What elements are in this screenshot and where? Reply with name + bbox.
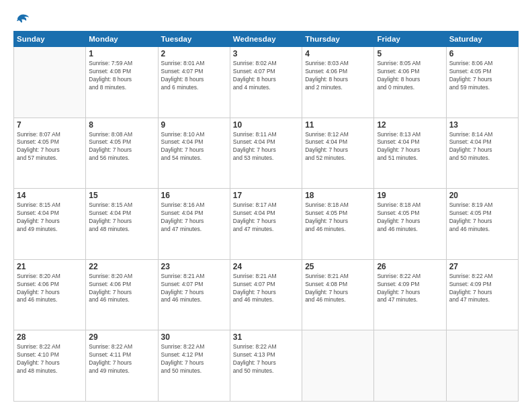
day-number: 15 bbox=[89, 191, 154, 200]
day-info: Sunrise: 8:08 AM Sunset: 4:05 PM Dayligh… bbox=[89, 131, 154, 163]
calendar-cell: 14Sunrise: 8:15 AM Sunset: 4:04 PM Dayli… bbox=[14, 189, 86, 260]
calendar-cell: 10Sunrise: 8:11 AM Sunset: 4:04 PM Dayli… bbox=[230, 118, 302, 189]
calendar-cell: 16Sunrise: 8:16 AM Sunset: 4:04 PM Dayli… bbox=[158, 189, 230, 260]
calendar-cell: 30Sunrise: 8:22 AM Sunset: 4:12 PM Dayli… bbox=[158, 330, 230, 402]
day-number: 30 bbox=[161, 332, 227, 342]
calendar-cell bbox=[14, 47, 86, 118]
day-info: Sunrise: 8:11 AM Sunset: 4:04 PM Dayligh… bbox=[233, 131, 299, 163]
day-number: 6 bbox=[449, 49, 515, 58]
calendar-week-5: 28Sunrise: 8:22 AM Sunset: 4:10 PM Dayli… bbox=[14, 330, 519, 402]
calendar-cell: 18Sunrise: 8:18 AM Sunset: 4:05 PM Dayli… bbox=[302, 189, 374, 260]
calendar-cell: 25Sunrise: 8:21 AM Sunset: 4:08 PM Dayli… bbox=[302, 259, 374, 330]
calendar-cell: 17Sunrise: 8:17 AM Sunset: 4:04 PM Dayli… bbox=[230, 189, 302, 260]
day-number: 18 bbox=[305, 191, 371, 200]
calendar-cell: 7Sunrise: 8:07 AM Sunset: 4:05 PM Daylig… bbox=[14, 118, 86, 189]
logo bbox=[13, 12, 31, 24]
calendar-cell: 31Sunrise: 8:22 AM Sunset: 4:13 PM Dayli… bbox=[230, 330, 302, 402]
day-info: Sunrise: 8:22 AM Sunset: 4:09 PM Dayligh… bbox=[377, 273, 443, 305]
day-info: Sunrise: 8:02 AM Sunset: 4:07 PM Dayligh… bbox=[233, 60, 299, 92]
day-info: Sunrise: 8:18 AM Sunset: 4:05 PM Dayligh… bbox=[377, 201, 443, 234]
day-number: 20 bbox=[449, 191, 515, 200]
day-info: Sunrise: 8:22 AM Sunset: 4:09 PM Dayligh… bbox=[449, 273, 515, 305]
calendar-cell: 1Sunrise: 7:59 AM Sunset: 4:08 PM Daylig… bbox=[86, 47, 158, 118]
day-info: Sunrise: 8:07 AM Sunset: 4:05 PM Dayligh… bbox=[17, 131, 83, 163]
day-info: Sunrise: 8:22 AM Sunset: 4:10 PM Dayligh… bbox=[17, 343, 83, 375]
day-number: 31 bbox=[233, 332, 299, 342]
calendar-cell: 3Sunrise: 8:02 AM Sunset: 4:07 PM Daylig… bbox=[230, 47, 302, 118]
day-info: Sunrise: 8:21 AM Sunset: 4:07 PM Dayligh… bbox=[233, 273, 299, 305]
day-info: Sunrise: 8:12 AM Sunset: 4:04 PM Dayligh… bbox=[305, 131, 371, 163]
day-info: Sunrise: 8:14 AM Sunset: 4:04 PM Dayligh… bbox=[449, 131, 515, 163]
calendar-cell: 20Sunrise: 8:19 AM Sunset: 4:05 PM Dayli… bbox=[446, 189, 518, 260]
calendar-cell: 29Sunrise: 8:22 AM Sunset: 4:11 PM Dayli… bbox=[86, 330, 158, 402]
day-number: 7 bbox=[17, 120, 83, 130]
calendar-header-thursday: Thursday bbox=[302, 32, 374, 47]
day-number: 23 bbox=[161, 262, 227, 271]
day-number: 24 bbox=[233, 262, 299, 271]
calendar-cell: 19Sunrise: 8:18 AM Sunset: 4:05 PM Dayli… bbox=[374, 189, 446, 260]
day-info: Sunrise: 8:21 AM Sunset: 4:08 PM Dayligh… bbox=[305, 273, 371, 305]
day-number: 12 bbox=[377, 120, 443, 130]
calendar-header-saturday: Saturday bbox=[446, 32, 518, 47]
day-number: 2 bbox=[161, 49, 227, 58]
day-number: 3 bbox=[233, 49, 299, 58]
calendar-cell: 6Sunrise: 8:06 AM Sunset: 4:05 PM Daylig… bbox=[446, 47, 518, 118]
calendar-cell: 9Sunrise: 8:10 AM Sunset: 4:04 PM Daylig… bbox=[158, 118, 230, 189]
calendar-body: 1Sunrise: 7:59 AM Sunset: 4:08 PM Daylig… bbox=[14, 47, 519, 402]
day-number: 5 bbox=[377, 49, 443, 58]
day-info: Sunrise: 8:15 AM Sunset: 4:04 PM Dayligh… bbox=[89, 201, 154, 234]
day-info: Sunrise: 8:10 AM Sunset: 4:04 PM Dayligh… bbox=[161, 131, 227, 163]
calendar-header-wednesday: Wednesday bbox=[230, 32, 302, 47]
day-number: 19 bbox=[377, 191, 443, 200]
day-info: Sunrise: 8:17 AM Sunset: 4:04 PM Dayligh… bbox=[233, 201, 299, 234]
day-number: 25 bbox=[305, 262, 371, 271]
calendar-cell: 27Sunrise: 8:22 AM Sunset: 4:09 PM Dayli… bbox=[446, 259, 518, 330]
day-number: 4 bbox=[305, 49, 371, 58]
calendar-cell: 28Sunrise: 8:22 AM Sunset: 4:10 PM Dayli… bbox=[14, 330, 86, 402]
calendar-cell: 23Sunrise: 8:21 AM Sunset: 4:07 PM Dayli… bbox=[158, 259, 230, 330]
day-info: Sunrise: 8:18 AM Sunset: 4:05 PM Dayligh… bbox=[305, 201, 371, 234]
calendar-cell: 26Sunrise: 8:22 AM Sunset: 4:09 PM Dayli… bbox=[374, 259, 446, 330]
calendar-cell bbox=[374, 330, 446, 402]
calendar-header-monday: Monday bbox=[86, 32, 158, 47]
day-info: Sunrise: 8:16 AM Sunset: 4:04 PM Dayligh… bbox=[161, 201, 227, 234]
day-info: Sunrise: 8:21 AM Sunset: 4:07 PM Dayligh… bbox=[161, 273, 227, 305]
header bbox=[13, 12, 519, 24]
calendar-cell: 15Sunrise: 8:15 AM Sunset: 4:04 PM Dayli… bbox=[86, 189, 158, 260]
calendar-cell bbox=[446, 330, 518, 402]
day-number: 17 bbox=[233, 191, 299, 200]
calendar-header-row: SundayMondayTuesdayWednesdayThursdayFrid… bbox=[14, 32, 519, 47]
calendar-cell: 2Sunrise: 8:01 AM Sunset: 4:07 PM Daylig… bbox=[158, 47, 230, 118]
day-info: Sunrise: 8:20 AM Sunset: 4:06 PM Dayligh… bbox=[89, 273, 154, 305]
day-number: 21 bbox=[17, 262, 83, 271]
day-number: 9 bbox=[161, 120, 227, 130]
calendar-cell: 13Sunrise: 8:14 AM Sunset: 4:04 PM Dayli… bbox=[446, 118, 518, 189]
calendar-week-2: 7Sunrise: 8:07 AM Sunset: 4:05 PM Daylig… bbox=[14, 118, 519, 189]
day-info: Sunrise: 8:06 AM Sunset: 4:05 PM Dayligh… bbox=[449, 60, 515, 92]
calendar-cell: 12Sunrise: 8:13 AM Sunset: 4:04 PM Dayli… bbox=[374, 118, 446, 189]
day-number: 27 bbox=[449, 262, 515, 271]
calendar-cell: 5Sunrise: 8:05 AM Sunset: 4:06 PM Daylig… bbox=[374, 47, 446, 118]
day-info: Sunrise: 8:01 AM Sunset: 4:07 PM Dayligh… bbox=[161, 60, 227, 92]
calendar-week-4: 21Sunrise: 8:20 AM Sunset: 4:06 PM Dayli… bbox=[14, 259, 519, 330]
day-info: Sunrise: 8:20 AM Sunset: 4:06 PM Dayligh… bbox=[17, 273, 83, 305]
day-info: Sunrise: 8:13 AM Sunset: 4:04 PM Dayligh… bbox=[377, 131, 443, 163]
day-number: 22 bbox=[89, 262, 154, 271]
day-info: Sunrise: 8:19 AM Sunset: 4:05 PM Dayligh… bbox=[449, 201, 515, 234]
calendar-week-1: 1Sunrise: 7:59 AM Sunset: 4:08 PM Daylig… bbox=[14, 47, 519, 118]
day-number: 28 bbox=[17, 332, 83, 342]
day-number: 10 bbox=[233, 120, 299, 130]
day-number: 11 bbox=[305, 120, 371, 130]
logo-bird-icon bbox=[15, 12, 30, 24]
day-number: 1 bbox=[89, 49, 154, 58]
day-info: Sunrise: 8:22 AM Sunset: 4:12 PM Dayligh… bbox=[161, 343, 227, 375]
calendar-header-tuesday: Tuesday bbox=[158, 32, 230, 47]
day-number: 8 bbox=[89, 120, 154, 130]
calendar-cell bbox=[302, 330, 374, 402]
calendar-cell: 11Sunrise: 8:12 AM Sunset: 4:04 PM Dayli… bbox=[302, 118, 374, 189]
day-info: Sunrise: 8:22 AM Sunset: 4:11 PM Dayligh… bbox=[89, 343, 154, 375]
day-number: 26 bbox=[377, 262, 443, 271]
day-number: 16 bbox=[161, 191, 227, 200]
calendar-week-3: 14Sunrise: 8:15 AM Sunset: 4:04 PM Dayli… bbox=[14, 189, 519, 260]
calendar-cell: 22Sunrise: 8:20 AM Sunset: 4:06 PM Dayli… bbox=[86, 259, 158, 330]
